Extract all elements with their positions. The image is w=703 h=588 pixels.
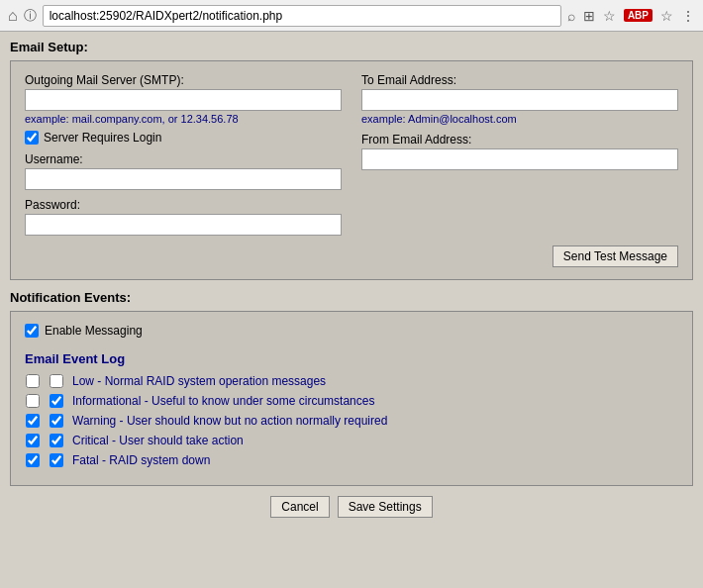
event-cb1-fatal[interactable] [25,453,41,467]
email-setup-grid: Outgoing Mail Server (SMTP): example: ma… [25,73,678,236]
username-input[interactable] [25,168,342,190]
notification-events-panel: Enable Messaging Email Event Log Low - N… [10,311,693,486]
event-text-warning: Warning - User should know but no action… [72,414,387,428]
event-cb1-critical[interactable] [25,434,41,447]
notification-events-label: Notification Events: [10,290,693,305]
smtp-input[interactable] [25,89,342,111]
star-icon[interactable]: ☆ [603,8,616,24]
password-input[interactable] [25,214,342,236]
grid-icon[interactable]: ⊞ [583,8,595,24]
to-email-label: To Email Address: [361,73,678,87]
url-bar[interactable] [43,5,561,27]
search-icon[interactable]: ⌕ [567,8,575,24]
left-col: Outgoing Mail Server (SMTP): example: ma… [25,73,342,236]
bookmark-icon[interactable]: ☆ [660,8,673,24]
bottom-bar: Cancel Save Settings [10,496,693,518]
info-icon: ⓘ [24,7,37,25]
event-cb1-informational[interactable] [25,394,41,408]
event-row: Warning - User should know but no action… [25,414,678,428]
event-text-critical: Critical - User should take action [72,434,244,447]
enable-messaging-row: Enable Messaging [25,324,678,338]
event-cb2-informational[interactable] [49,394,64,408]
event-text-fatal: Fatal - RAID system down [72,453,210,467]
browser-icons: ⌕ ⊞ ☆ ABP ☆ ⋮ [567,8,695,24]
event-cb2-warning[interactable] [49,414,64,428]
server-requires-login-row: Server Requires Login [25,131,342,145]
event-row: Low - Normal RAID system operation messa… [25,374,678,388]
event-cb1-warning[interactable] [25,414,41,428]
smtp-example: example: mail.company.com, or 12.34.56.7… [25,113,342,125]
event-cb2-fatal[interactable] [49,453,64,467]
server-requires-login-checkbox[interactable] [25,131,39,145]
cancel-button[interactable]: Cancel [270,496,329,518]
email-setup-label: Email Setup: [10,40,693,54]
save-settings-button[interactable]: Save Settings [338,496,433,518]
username-label: Username: [25,152,342,166]
password-label: Password: [25,198,342,212]
enable-messaging-label: Enable Messaging [45,324,143,338]
to-email-example: example: Admin@localhost.com [361,113,678,125]
event-row: Informational - Useful to know under som… [25,394,678,408]
events-container: Low - Normal RAID system operation messa… [25,374,678,467]
home-icon[interactable]: ⌂ [8,7,18,25]
menu-icon[interactable]: ⋮ [681,8,695,24]
event-text-informational: Informational - Useful to know under som… [72,394,374,408]
page-content: Email Setup: Outgoing Mail Server (SMTP)… [0,32,703,526]
event-cb2-low[interactable] [49,374,64,388]
event-log-title: Email Event Log [25,351,678,366]
send-test-button[interactable]: Send Test Message [552,245,678,267]
from-email-label: From Email Address: [361,133,678,147]
event-text-low: Low - Normal RAID system operation messa… [72,374,326,388]
event-cb2-critical[interactable] [49,434,64,447]
to-email-input[interactable] [361,89,678,111]
browser-bar: ⌂ ⓘ ⌕ ⊞ ☆ ABP ☆ ⋮ [0,0,703,32]
from-email-input[interactable] [361,148,678,170]
event-row: Fatal - RAID system down [25,453,678,467]
email-setup-panel: Outgoing Mail Server (SMTP): example: ma… [10,60,693,280]
abp-badge[interactable]: ABP [624,9,653,22]
smtp-label: Outgoing Mail Server (SMTP): [25,73,342,87]
server-requires-login-label: Server Requires Login [44,131,161,145]
right-col: To Email Address: example: Admin@localho… [361,73,678,236]
event-row: Critical - User should take action [25,434,678,447]
enable-messaging-checkbox[interactable] [25,324,39,338]
send-test-row: Send Test Message [25,245,678,267]
event-cb1-low[interactable] [25,374,41,388]
